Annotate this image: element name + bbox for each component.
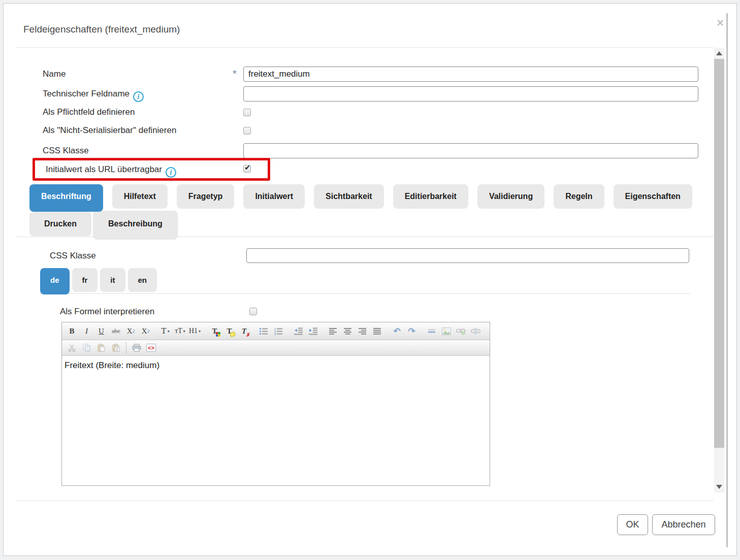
cancel-button[interactable]: Abbrechen [652,514,715,535]
paste-icon[interactable] [94,341,108,354]
required-field-label: Als Pflichtfeld definieren [43,107,135,118]
font-size-icon[interactable]: тT▾ [173,324,187,338]
lang-tab-it[interactable]: it [100,268,125,292]
source-code-icon[interactable]: <> [144,341,158,354]
main-tabs-row2: Drucken Beschreibung [29,212,178,240]
remove-link-icon[interactable] [469,324,482,338]
undo-icon[interactable]: ↶ [390,324,404,338]
dropdown-caret: ▾ [183,329,185,334]
remove-x: ✗ [246,332,250,338]
insert-image-icon[interactable] [439,324,453,338]
italic-icon[interactable]: I [80,324,93,338]
outdent-icon[interactable] [292,324,305,338]
redo-icon[interactable]: ↷ [405,324,419,338]
panel-css-class-input[interactable] [246,248,689,263]
underline-icon[interactable]: U [94,324,108,338]
editor-toolbar-row2: T <> [62,340,490,356]
tab-drucken[interactable]: Drucken [29,212,91,236]
tab-sichtbarkeit[interactable]: Sichtbarkeit [314,184,384,209]
superscript-icon[interactable]: X2 [139,324,152,338]
tab-regeln[interactable]: Regeln [554,184,604,209]
bold-icon[interactable]: B [65,324,79,338]
formula-checkbox[interactable] [249,308,257,315]
lang-tab-fr[interactable]: fr [72,268,98,292]
editor-toolbar-row1: B I U abc X2 X2 T▾ тT▾ H1▾ T T T✗ 123 [62,322,490,340]
scrollbar-track[interactable] [714,48,724,492]
tab-beschriftung[interactable]: Beschriftung [29,184,103,212]
rich-text-editor: B I U abc X2 X2 T▾ тT▾ H1▾ T T T✗ 123 [61,322,490,486]
css-class-label: CSS Klasse [43,143,89,158]
subscript-small: 2 [133,328,135,334]
panel-css-class-label: CSS Klasse [50,248,96,263]
tab-initialwert[interactable]: Initialwert [243,184,305,209]
main-tabs-row1: Beschriftung Hilfetext Fragetyp Initialw… [29,184,692,212]
copy-icon[interactable] [80,341,93,354]
tab-hilfetext[interactable]: Hilfetext [112,184,168,209]
technical-name-input[interactable] [243,86,698,102]
align-right-icon[interactable] [356,324,369,338]
toolbar-separator [126,342,126,354]
info-icon[interactable]: i [166,167,176,178]
checkmark-icon: ✔ [244,163,251,172]
initial-url-label: Initialwert als URL übertragbari [46,163,176,178]
text-color-icon[interactable]: T [208,324,221,338]
technical-name-label: Technischer Feldnamei [43,86,144,102]
page-background: × Feldeigenschaften (freitext_medium) Na… [0,0,740,560]
name-label: Name [43,67,66,82]
align-left-icon[interactable] [326,324,340,338]
field-properties-dialog: × Feldeigenschaften (freitext_medium) Na… [3,3,737,556]
content-right-border [727,13,727,547]
scrollbar-down-arrow-icon[interactable] [716,485,722,489]
initial-url-label-text: Initialwert als URL übertragbar [46,164,162,174]
tab-validierung[interactable]: Validierung [477,184,544,209]
tab-eigenschaften[interactable]: Eigenschaften [614,184,692,209]
print-icon[interactable] [130,341,143,354]
text-highlight-icon[interactable]: T [222,324,236,338]
font-family-icon[interactable]: T▾ [158,324,172,338]
svg-text:3: 3 [274,332,276,335]
not-serializable-label: Als "Nicht-Serialisierbar" definieren [43,125,176,136]
svg-text:T: T [116,347,118,352]
required-marker: * [233,68,237,80]
formula-label: Als Formel interpretieren [60,306,154,317]
dropdown-caret: ▾ [168,329,170,334]
dropdown-caret: ▾ [199,329,201,334]
lang-tab-en[interactable]: en [128,268,157,292]
name-input[interactable] [243,67,698,82]
ordered-list-icon[interactable]: 123 [272,324,285,338]
css-class-input[interactable] [243,143,698,158]
language-tabs: de fr it en [40,268,157,294]
scrollbar-thumb[interactable] [714,59,724,448]
tab-beschreibung[interactable]: Beschreibung [93,211,178,240]
lang-tab-de[interactable]: de [40,268,70,294]
scrollbar-up-arrow-icon[interactable] [716,51,722,55]
cut-icon[interactable] [65,341,79,354]
close-icon[interactable]: × [714,17,727,30]
initial-url-checkbox[interactable]: ✔ [243,165,251,173]
align-center-icon[interactable] [341,324,355,338]
align-justify-icon[interactable] [370,324,384,338]
tab-fragetyp[interactable]: Fragetyp [177,184,235,209]
horizontal-rule-icon[interactable] [425,324,438,338]
ok-button[interactable]: OK [617,514,648,535]
not-serializable-checkbox[interactable] [243,127,251,135]
required-field-checkbox[interactable] [243,109,251,116]
tab-editierbarkeit[interactable]: Editierbarkeit [393,184,468,209]
footer-divider [16,501,714,501]
title-divider [16,47,714,48]
language-tabs-divider [40,293,690,294]
color-grid [216,332,220,337]
heading-icon[interactable]: H1▾ [188,324,202,338]
remove-format-icon[interactable]: T✗ [237,324,251,338]
strikethrough-icon[interactable]: abc [109,324,123,338]
indent-icon[interactable] [306,324,320,338]
subscript-icon[interactable]: X2 [124,324,138,338]
superscript-small: 2 [147,328,150,334]
info-icon[interactable]: i [133,91,144,102]
dialog-title: Feldeigenschaften (freitext_medium) [23,24,180,35]
insert-link-icon[interactable] [454,324,468,338]
paste-as-text-icon[interactable]: T [109,341,123,354]
technical-name-label-text: Technischer Feldname [43,89,130,98]
editor-content[interactable]: Freitext (Breite: medium) [62,356,490,485]
unordered-list-icon[interactable] [257,324,271,338]
